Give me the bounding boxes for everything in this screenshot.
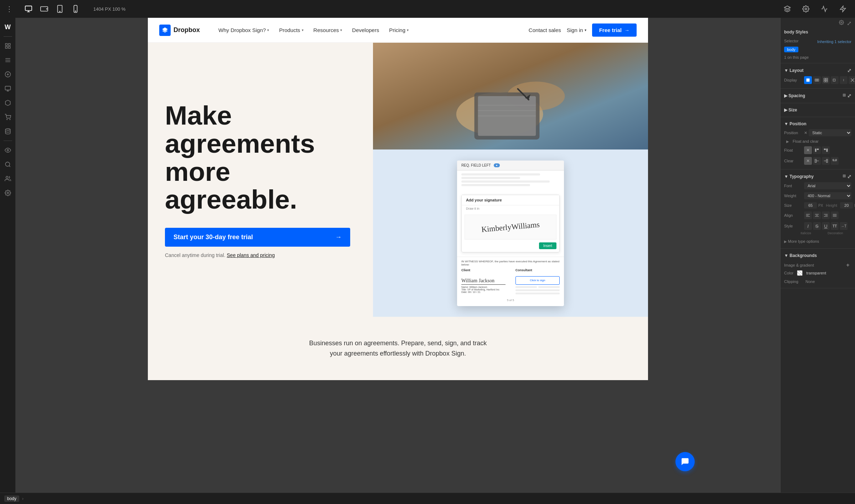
weight-row: Weight 400 - Normal [781,191,855,201]
panel-settings-icon[interactable] [839,20,844,27]
ecommerce-icon[interactable] [1,111,14,124]
webflow-logo-icon[interactable]: W [1,21,14,33]
tablet-landscape-icon[interactable] [38,2,51,15]
contact-sales-link[interactable]: Contact sales [529,27,561,33]
more-type-row[interactable]: ▶ More type options [781,236,855,246]
add-bg-btn[interactable]: + [844,262,851,269]
align-center-btn[interactable] [813,211,821,219]
logo-text: Dropbox [173,26,200,34]
doc-line-4 [461,184,530,186]
display-inline-icon[interactable]: I [840,76,848,84]
nav-item-products[interactable]: Products ▾ [275,24,307,36]
tablet-portrait-icon[interactable] [53,2,66,15]
underline-btn[interactable]: U [822,222,830,230]
hero-cta-button[interactable]: Start your 30-day free trial → [165,228,350,247]
pages-icon[interactable] [1,40,14,52]
settings-nav-icon[interactable] [1,187,14,199]
client-title-field: Title: VP of Marketing, Hartford Inc [461,288,506,291]
assets-icon[interactable] [1,82,14,95]
canvas-area[interactable]: Dropbox Why Dropbox Sign? ▾ Products ▾ R… [16,18,780,493]
uppercase-btn[interactable]: TT [831,222,839,230]
display-block-icon[interactable] [804,76,812,84]
strikethrough-btn[interactable]: S [813,222,821,230]
size-input[interactable] [804,202,817,209]
display-grid-icon[interactable] [822,76,830,84]
nav-item-developers[interactable]: Developers [348,24,383,36]
clear-none-btn[interactable]: ✕ [804,157,812,165]
publish-icon[interactable] [836,2,849,15]
layout-section: ▼ Layout ⤢ Display [781,63,855,89]
height-input[interactable] [840,202,853,209]
nav-item-resources[interactable]: Resources ▾ [309,24,347,36]
float-left-btn[interactable] [813,146,821,154]
nav-item-pricing[interactable]: Pricing ▾ [385,24,413,36]
activity-icon[interactable] [818,2,831,15]
users-icon[interactable] [1,172,14,185]
layout-section-header[interactable]: ▼ Layout ⤢ [781,66,855,75]
clear-both-btn[interactable] [831,157,839,165]
display-none-icon[interactable] [849,76,855,84]
free-trial-button[interactable]: Free trial → [592,23,637,37]
align-left-btn[interactable] [804,211,812,219]
position-section-header[interactable]: ▼ Position [781,120,855,128]
add-element-icon[interactable] [1,68,14,81]
sign-in-button[interactable]: Sign in ▾ [567,27,586,33]
position-select[interactable]: Static [809,129,851,136]
search-icon[interactable] [1,158,14,171]
backgrounds-section-header[interactable]: ▼ Backgrounds [781,252,855,259]
see-plans-link[interactable]: See plans and pricing [227,252,275,258]
align-justify-btn[interactable] [831,211,839,219]
svg-rect-50 [826,80,828,82]
typography-section-header[interactable]: ▼ Typography ⊞ ⤢ [781,172,855,181]
components-icon[interactable] [1,96,14,109]
settings-icon[interactable] [799,2,812,15]
italic-btn[interactable]: I [804,222,812,230]
float-clear-expand[interactable]: ▶ [786,140,789,143]
display-label: Display [784,78,802,82]
more-options-icon[interactable]: ⋮ [6,5,14,13]
nav-item-why[interactable]: Why Dropbox Sign? ▾ [214,24,273,36]
hero-right: REQ. FIELD LEFT ● Add [373,43,648,317]
svg-point-28 [6,176,8,178]
panel-expand-icon[interactable]: ⤢ [847,20,851,27]
display-flex-icon[interactable] [813,76,821,84]
typo-responsive-icon[interactable]: ⊞ [843,174,846,179]
hero-headline: Make agreements more agreeable. [165,101,356,214]
logo[interactable]: Dropbox [159,25,200,36]
breadcrumb-body[interactable]: body [4,495,19,502]
typo-expand-icon[interactable]: ⤢ [847,174,851,179]
sig-canvas[interactable]: KimberlyWilliams [465,215,556,240]
font-select[interactable]: Arial [804,182,851,189]
float-none-btn[interactable]: ✕ [804,146,812,154]
selector-badge[interactable]: body [784,47,798,52]
size-section-header[interactable]: ▶ Size [781,106,855,114]
preview-icon[interactable] [1,144,14,157]
insert-button[interactable]: Insert [539,242,556,249]
align-right-btn[interactable] [822,211,830,219]
float-right-btn[interactable] [822,146,830,154]
spacing-expand-icon[interactable]: ⤢ [847,93,851,99]
backgrounds-section: ▼ Backgrounds Image & gradient + Color t… [781,249,855,288]
text-indent-btn[interactable]: →T [840,222,848,230]
desktop-icon[interactable] [22,2,35,15]
layout-expand-icon[interactable]: ⤢ [847,68,851,73]
spacing-section-header[interactable]: ▶ Spacing ⊞ ⤢ [781,91,855,100]
color-swatch[interactable] [797,270,803,276]
sidebar-divider-2 [4,141,12,141]
spacing-responsive-icon[interactable]: ⊞ [843,93,846,99]
layers-icon[interactable] [1,54,14,67]
italicize-label: Italicize [800,231,811,235]
display-inline-block-icon[interactable] [831,76,839,84]
nav-items: Why Dropbox Sign? ▾ Products ▾ Resources… [214,24,413,36]
cms-icon[interactable] [1,125,14,138]
weight-select[interactable]: 400 - Normal [804,192,851,199]
svg-rect-13 [5,47,7,48]
clear-left-btn[interactable] [813,157,821,165]
chat-bubble-button[interactable] [675,452,695,471]
mobile-icon[interactable] [69,2,82,15]
clear-right-btn[interactable] [822,157,830,165]
style-icon[interactable] [781,2,794,15]
svg-rect-21 [5,86,10,90]
click-to-sign-button[interactable]: Click to sign [515,276,560,285]
inheriting-link[interactable]: Inheriting 1 selector [817,40,851,44]
